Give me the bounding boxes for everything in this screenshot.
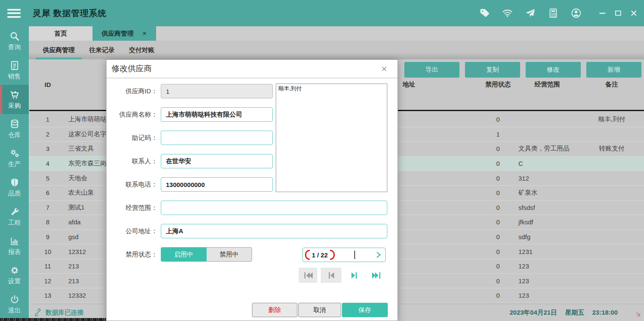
wifi-icon[interactable] — [501, 8, 513, 19]
col-header-address: 地址 — [398, 81, 481, 89]
cell-id: 3 — [29, 145, 66, 152]
supplier-name-field[interactable] — [161, 107, 273, 122]
cell-status: 0 — [481, 233, 515, 240]
sidebar-item-engineering[interactable]: 工程 — [0, 202, 29, 231]
cell-scope: 312 — [515, 175, 580, 182]
sidebar-label: 报表 — [8, 248, 21, 256]
cell-scope: jfksdf — [515, 218, 580, 226]
clock: 2023年04月21日 星期五 23:18:00 — [510, 309, 618, 317]
tab-supplier-management[interactable]: 供应商管理 ✕ — [92, 26, 156, 41]
close-window-icon[interactable] — [630, 10, 637, 17]
cell-scope: 文具类，劳工用品 — [515, 145, 580, 153]
first-record-icon — [302, 270, 314, 281]
field-row-contact: 联系人： — [106, 154, 273, 168]
topbar: 灵犀 数据管理系统 — [0, 0, 644, 26]
next-record-button[interactable] — [345, 268, 364, 283]
cell-id: 6 — [29, 189, 66, 196]
sidebar-item-exit[interactable]: 退出 — [0, 290, 29, 319]
previous-record-button[interactable] — [321, 268, 342, 283]
cell-status: 0 — [481, 218, 515, 226]
save-button[interactable]: 保存 — [342, 303, 388, 317]
business-scope-field[interactable] — [161, 201, 387, 215]
cell-status: 0 — [481, 160, 515, 167]
cell-status: 0 — [481, 116, 515, 123]
text-cursor — [354, 251, 355, 259]
cell-scope: sfsdsf — [515, 204, 580, 211]
cell-scope: 123 — [515, 292, 580, 299]
field-row-company-address: 公司地址： — [106, 224, 387, 238]
cell-note: 顺丰,到付 — [580, 115, 644, 123]
last-record-icon — [371, 270, 382, 281]
field-label: 助记码： — [106, 134, 157, 142]
subtab-transaction-records[interactable]: 往来记录 — [82, 41, 122, 59]
chevron-right-icon[interactable] — [375, 251, 382, 259]
col-header-scope: 经营范围 — [515, 81, 580, 89]
app-title: 灵犀 数据管理系统 — [33, 8, 107, 19]
sidebar-item-purchase[interactable]: 采购 — [0, 85, 29, 114]
cell-id: 7 — [29, 204, 66, 211]
cell-scope: 矿泉水 — [515, 189, 580, 197]
cell-id: 12 — [29, 277, 66, 285]
previous-record-icon — [325, 270, 337, 281]
tab-close-icon[interactable]: ✕ — [142, 30, 147, 37]
cell-status: 0 — [481, 145, 515, 152]
maximize-icon[interactable] — [615, 10, 622, 17]
cancel-button[interactable]: 取消 — [298, 303, 341, 317]
field-label: 联系电话： — [106, 181, 157, 189]
company-address-field[interactable] — [161, 224, 387, 238]
sidebar-item-warehouse[interactable]: 仓库 — [0, 114, 29, 143]
col-header-note: 备注 — [580, 81, 644, 89]
cell-status: 0 — [481, 292, 515, 299]
field-label: 公司地址： — [106, 227, 157, 235]
sidebar: 查询 销售 采购 仓库 生产 品质 工程 报表 — [0, 26, 29, 321]
cell-status: 0 — [481, 175, 515, 182]
dialog-actions: 删除 取消 保存 — [252, 303, 388, 317]
sidebar-item-sales[interactable]: 销售 — [0, 56, 29, 85]
sidebar-label: 工程 — [8, 219, 21, 227]
menu-icon[interactable] — [7, 7, 21, 20]
dialog-title: 修改供应商 — [112, 63, 152, 74]
field-label: 禁用状态： — [106, 251, 157, 259]
cell-scope: 123 — [515, 277, 580, 285]
sidebar-item-query[interactable]: 查询 — [0, 26, 29, 56]
cell-status: 0 — [481, 277, 515, 285]
send-icon[interactable] — [524, 8, 536, 19]
dialog-close-icon[interactable]: ✕ — [381, 64, 387, 74]
mnemonic-code-field[interactable] — [161, 131, 273, 145]
field-row-mnemonic: 助记码： — [106, 131, 273, 145]
tab-home[interactable]: 首页 — [29, 26, 92, 41]
tag-icon[interactable] — [479, 8, 490, 19]
cell-status: 0 — [481, 262, 515, 270]
disabled-toggle-button[interactable]: 禁用中 — [207, 247, 252, 262]
field-row-supplier-name: 供应商名称： — [106, 107, 273, 122]
resize-handle-icon[interactable] — [635, 311, 641, 318]
subtab-delivery-reconciliation[interactable]: 交付对账 — [122, 41, 162, 59]
sidebar-label: 查询 — [8, 43, 21, 51]
subtab-supplier-management[interactable]: 供应商管理 — [36, 41, 82, 59]
contact-person-field[interactable] — [161, 154, 273, 168]
status-toggle: 启用中 禁用中 — [161, 247, 252, 262]
delete-button[interactable]: 删除 — [252, 303, 297, 317]
sidebar-item-quality[interactable]: 品质 — [0, 173, 29, 202]
minimize-icon[interactable] — [599, 10, 606, 17]
date-text: 2023年04月21日 — [510, 309, 557, 317]
sidebar-label: 仓库 — [8, 131, 21, 139]
record-pager[interactable]: 1 / 22 — [302, 248, 386, 262]
cell-status: 0 — [481, 189, 515, 196]
cell-status: 0 — [481, 204, 515, 211]
last-record-button[interactable] — [367, 268, 386, 283]
user-icon[interactable] — [570, 8, 582, 19]
first-record-button[interactable] — [299, 268, 317, 283]
sidebar-item-production[interactable]: 生产 — [0, 143, 29, 173]
sidebar-item-settings[interactable]: 设置 — [0, 260, 29, 290]
record-nav — [299, 268, 386, 283]
enabled-toggle-button[interactable]: 启用中 — [161, 247, 207, 262]
calculator-icon[interactable] — [547, 8, 559, 19]
field-row-supplier-id: 供应商ID： — [106, 84, 273, 98]
sidebar-item-reports[interactable]: 报表 — [0, 231, 29, 260]
remark-textarea[interactable]: 顺丰,到付 — [276, 84, 387, 192]
col-header-status: 禁用状态 — [481, 81, 515, 89]
contact-phone-field[interactable] — [161, 177, 273, 192]
cell-id: 5 — [29, 175, 66, 182]
col-header-id: ID — [29, 81, 66, 88]
